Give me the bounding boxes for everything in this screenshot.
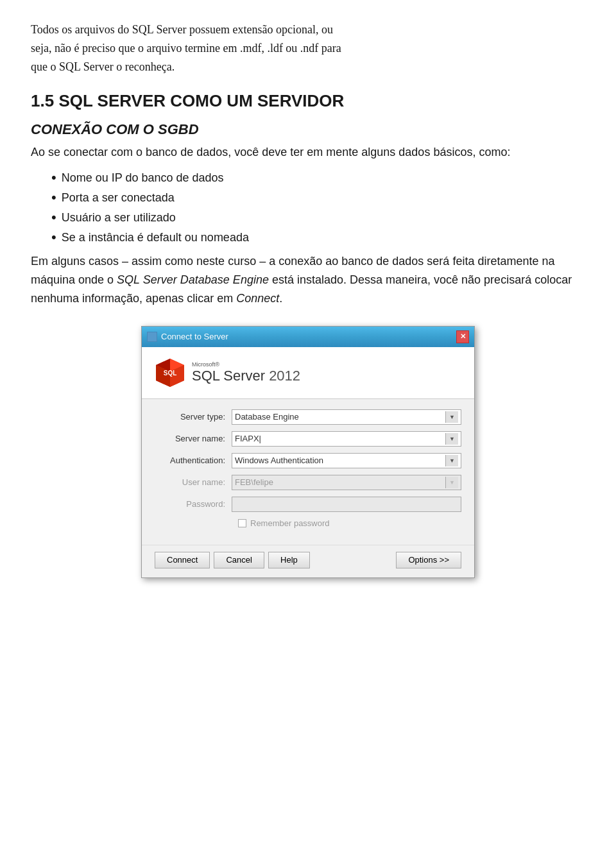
user-name-label: User name:: [155, 477, 232, 487]
options-button[interactable]: Options >>: [396, 552, 461, 568]
sql-server-logo-icon: SQL: [155, 357, 185, 388]
authentication-arrow: ▼: [445, 455, 458, 466]
user-name-field: FEB\felipe ▼: [232, 475, 461, 490]
server-name-row: Server name: FIAPX| ▼: [155, 431, 461, 447]
italic-connect: Connect: [236, 292, 279, 305]
password-row: Password:: [155, 497, 461, 512]
user-name-value: FEB\felipe: [235, 477, 445, 487]
section-title: 1.5 SQL SERVER COMO UM SERVIDOR: [31, 91, 585, 111]
sql-year-label: 2012: [269, 368, 300, 384]
dialog-close-button[interactable]: ✕: [456, 330, 469, 343]
italic-text: SQL Server Database Engine: [117, 273, 269, 286]
list-item: Se a instância é default ou nomeada: [51, 228, 585, 248]
dialog-title-icon: [147, 332, 157, 342]
list-item: Porta a ser conectada: [51, 188, 585, 208]
dialog-wrapper: Connect to Server ✕ SQL Microsoft®: [31, 326, 585, 578]
user-name-row: User name: FEB\felipe ▼: [155, 475, 461, 490]
server-type-value: Database Engine: [235, 412, 445, 422]
server-type-label: Server type:: [155, 412, 232, 422]
server-type-row: Server type: Database Engine ▼: [155, 409, 461, 425]
section-subtitle: CONEXÃO COM O SGBD: [31, 121, 585, 138]
titlebar-left: Connect to Server: [147, 332, 228, 342]
authentication-dropdown[interactable]: Windows Authentication ▼: [232, 453, 461, 468]
server-name-label: Server name:: [155, 434, 232, 443]
authentication-label: Authentication:: [155, 456, 232, 465]
microsoft-label: Microsoft®: [192, 361, 300, 368]
password-field: [232, 497, 461, 512]
server-type-dropdown[interactable]: Database Engine ▼: [232, 409, 461, 425]
bullet-list: Nome ou IP do banco de dados Porta a ser…: [51, 168, 585, 247]
server-name-dropdown[interactable]: FIAPX| ▼: [232, 431, 461, 447]
server-name-value: FIAPX|: [235, 434, 445, 443]
connect-button[interactable]: Connect: [155, 552, 210, 568]
dialog-titlebar: Connect to Server ✕: [142, 327, 474, 347]
cancel-button[interactable]: Cancel: [214, 552, 264, 568]
section-intro: Ao se conectar com o banco de dados, voc…: [31, 143, 585, 162]
intro-paragraph: Todos os arquivos do SQL Server possuem …: [31, 21, 585, 76]
help-button[interactable]: Help: [268, 552, 310, 568]
svg-text:SQL: SQL: [164, 370, 177, 377]
remember-password-checkbox[interactable]: [238, 519, 246, 527]
dialog-footer: Connect Cancel Help Options >>: [142, 545, 474, 577]
server-type-arrow: ▼: [445, 411, 458, 423]
dialog-body: Server type: Database Engine ▼ Server na…: [142, 399, 474, 545]
password-label: Password:: [155, 499, 232, 509]
remember-password-row: Remember password: [155, 518, 461, 528]
authentication-row: Authentication: Windows Authentication ▼: [155, 453, 461, 468]
dialog-title-text: Connect to Server: [161, 332, 228, 341]
list-item: Nome ou IP do banco de dados: [51, 168, 585, 188]
dialog-logo-area: SQL Microsoft® SQL Server 2012: [142, 347, 474, 399]
sql-server-label: SQL Server: [192, 368, 265, 384]
user-name-arrow: ▼: [445, 477, 458, 488]
remember-password-label: Remember password: [250, 518, 330, 528]
body-paragraph: Em alguns casos – assim como neste curso…: [31, 252, 585, 307]
footer-buttons-left: Connect Cancel Help: [155, 552, 310, 568]
sql-logo-text: Microsoft® SQL Server 2012: [192, 361, 300, 384]
authentication-value: Windows Authentication: [235, 456, 445, 465]
server-name-arrow: ▼: [445, 433, 458, 445]
list-item: Usuário a ser utilizado: [51, 208, 585, 228]
connect-to-server-dialog: Connect to Server ✕ SQL Microsoft®: [141, 326, 475, 578]
